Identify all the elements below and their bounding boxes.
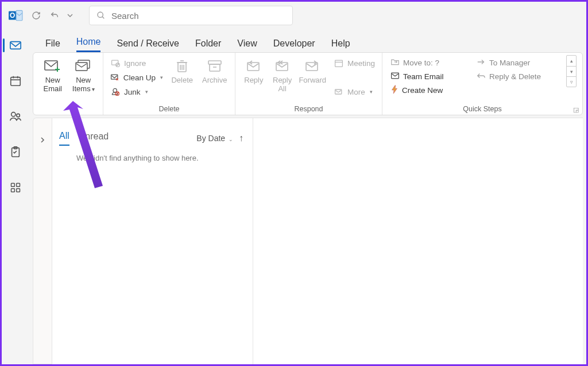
forward-button[interactable]: Forward xyxy=(297,55,328,84)
ribbon-group-new: New Email New Items▾ New xyxy=(33,53,103,115)
junk-icon xyxy=(110,87,121,97)
reply-arrow-icon xyxy=(477,72,486,81)
main-area: File Home Send / Receive Folder View Dev… xyxy=(29,29,586,364)
content-area: All Unread By Date ⌄ ↑ We didn't find an… xyxy=(29,118,583,364)
ignore-button[interactable]: Ignore xyxy=(108,56,165,70)
reply-all-button[interactable]: Reply All xyxy=(269,55,296,93)
ignore-icon xyxy=(110,58,121,68)
ribbon-group-delete: Ignore Clean Up▾ Junk▾ Delete xyxy=(103,53,235,115)
svg-point-10 xyxy=(11,112,16,116)
filter-unread[interactable]: Unread xyxy=(79,131,109,145)
respond-more-button[interactable]: More▾ xyxy=(331,85,377,99)
quickstep-team-email[interactable]: Team Email xyxy=(388,70,463,83)
left-navigation-rail xyxy=(2,29,29,364)
svg-rect-17 xyxy=(17,189,20,192)
rail-calendar[interactable] xyxy=(3,69,28,92)
message-list-pane: All Unread By Date ⌄ ↑ We didn't find an… xyxy=(52,118,253,364)
svg-rect-18 xyxy=(45,61,57,70)
svg-rect-39 xyxy=(247,63,259,71)
ribbon-tabs: File Home Send / Receive Folder View Dev… xyxy=(29,29,586,52)
empty-list-message: We didn't find anything to show here. xyxy=(76,154,243,162)
tab-home[interactable]: Home xyxy=(76,37,101,52)
search-icon xyxy=(96,11,106,20)
reply-all-icon xyxy=(275,57,290,75)
reading-pane xyxy=(253,118,583,364)
sync-button[interactable] xyxy=(28,7,44,24)
undo-button[interactable] xyxy=(47,7,63,24)
new-items-button[interactable]: New Items▾ xyxy=(69,55,99,94)
tab-folder[interactable]: Folder xyxy=(195,38,221,52)
rail-people[interactable] xyxy=(3,105,28,128)
svg-rect-14 xyxy=(11,184,15,187)
lightning-icon xyxy=(390,85,399,96)
folder-pane-collapsed[interactable] xyxy=(33,118,52,364)
more-envelope-icon xyxy=(334,87,344,97)
sort-direction-button[interactable]: ↑ xyxy=(239,133,243,143)
chevron-down-icon: ⌄ xyxy=(229,137,233,142)
outlook-logo-icon: O xyxy=(5,5,26,26)
svg-rect-16 xyxy=(11,189,15,192)
chevron-right-icon xyxy=(40,137,45,143)
trash-icon xyxy=(175,57,189,75)
svg-line-4 xyxy=(102,17,104,18)
qat-customize-button[interactable] xyxy=(65,7,75,24)
quickstep-move-to[interactable]: Move to: ? xyxy=(388,56,463,69)
delete-button[interactable]: Delete xyxy=(167,55,198,84)
group-title-respond: Respond xyxy=(235,103,382,115)
svg-point-11 xyxy=(17,114,20,117)
tab-help[interactable]: Help xyxy=(331,38,350,52)
rail-more-apps[interactable] xyxy=(3,176,28,199)
svg-rect-42 xyxy=(335,60,343,67)
envelope-new-icon xyxy=(44,57,61,75)
calendar-icon xyxy=(334,58,344,68)
forward-icon xyxy=(305,57,320,75)
tab-view[interactable]: View xyxy=(237,38,257,52)
svg-point-3 xyxy=(98,12,103,17)
sort-by-date[interactable]: By Date ⌄ xyxy=(196,134,233,143)
ribbon-group-quicksteps: Move to: ? Team Email Create New To Mana… xyxy=(382,53,582,115)
quicksteps-launcher[interactable]: ◲ xyxy=(573,106,579,114)
group-title-quicksteps: Quick Steps xyxy=(382,103,582,115)
chevron-down-icon[interactable]: ▾ xyxy=(567,66,576,76)
filter-all[interactable]: All xyxy=(59,131,69,146)
rail-mail[interactable] xyxy=(3,34,28,57)
quickstep-to-manager[interactable]: To Manager xyxy=(474,56,555,69)
tab-send-receive[interactable]: Send / Receive xyxy=(117,38,179,52)
ribbon-group-respond: Reply Reply All Forward Meeting xyxy=(235,53,382,115)
envelopes-stack-icon xyxy=(75,57,92,75)
chevron-more-icon[interactable]: ▿ xyxy=(567,76,576,87)
svg-rect-6 xyxy=(11,77,21,86)
svg-rect-41 xyxy=(306,63,318,71)
search-input[interactable] xyxy=(111,11,285,21)
svg-rect-45 xyxy=(392,73,399,79)
new-email-label: New Email xyxy=(39,76,67,93)
quicksteps-gallery-scroll[interactable]: ▴ ▾ ▿ xyxy=(566,55,577,87)
svg-rect-44 xyxy=(335,89,342,94)
reply-icon xyxy=(246,57,261,75)
svg-text:O: O xyxy=(10,11,15,20)
rail-tasks[interactable] xyxy=(3,141,28,163)
svg-rect-23 xyxy=(112,60,118,65)
search-box[interactable] xyxy=(89,6,293,25)
ribbon-home: New Email New Items▾ New Ignore xyxy=(33,52,583,115)
tab-file[interactable]: File xyxy=(45,38,60,52)
reply-button[interactable]: Reply xyxy=(240,55,268,84)
title-bar: O xyxy=(2,2,586,29)
svg-rect-5 xyxy=(10,42,21,49)
quickstep-create-new[interactable]: Create New xyxy=(388,84,463,97)
quickstep-reply-delete[interactable]: Reply & Delete xyxy=(474,70,555,83)
new-email-button[interactable]: New Email xyxy=(38,55,68,93)
tab-developer[interactable]: Developer xyxy=(273,38,315,52)
svg-rect-22 xyxy=(76,63,87,71)
cleanup-button[interactable]: Clean Up▾ xyxy=(108,71,165,84)
archive-button[interactable]: Archive xyxy=(199,55,231,84)
svg-rect-37 xyxy=(210,64,220,71)
meeting-button[interactable]: Meeting xyxy=(331,56,377,70)
arrow-right-icon xyxy=(477,59,486,67)
folder-arrow-icon xyxy=(390,58,400,68)
chevron-up-icon[interactable]: ▴ xyxy=(567,56,576,66)
svg-rect-36 xyxy=(208,61,221,64)
svg-rect-15 xyxy=(17,184,20,187)
cleanup-icon xyxy=(110,72,120,83)
junk-button[interactable]: Junk▾ xyxy=(108,85,165,99)
